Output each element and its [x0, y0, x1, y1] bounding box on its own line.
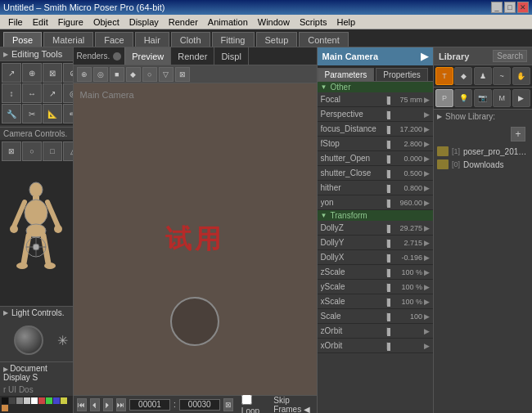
tab-pose[interactable]: Pose: [3, 32, 42, 47]
toolbar-icon-5[interactable]: ○: [142, 67, 157, 82]
menu-window[interactable]: Window: [253, 15, 295, 29]
swatch-gray[interactable]: [16, 397, 23, 404]
lib-icon-pose[interactable]: ◆: [454, 67, 472, 85]
menu-display[interactable]: Display: [124, 15, 164, 29]
loop-label: Loop: [241, 406, 259, 414]
cam-btn-1[interactable]: ⊠: [2, 141, 21, 161]
main-layout: Editing Tools ↗ ⊕ ⊠ ⊘ ↕ ↔ ↗ ◎ 🔧 ✂ 📐 ✏ Ca…: [0, 47, 532, 413]
lib-icon-face[interactable]: ♟: [474, 67, 492, 85]
tool-twist[interactable]: ⊘: [63, 63, 74, 83]
viewport[interactable]: Main Camera 试用: [74, 83, 317, 395]
tool-pan[interactable]: ↔: [22, 83, 42, 103]
anim-end-button[interactable]: ⏭: [116, 398, 126, 411]
minimize-button[interactable]: _: [491, 2, 503, 13]
tab-cloth[interactable]: Cloth: [171, 32, 210, 47]
tool-pen[interactable]: ✏: [63, 104, 74, 123]
tab-fitting[interactable]: Fitting: [212, 32, 255, 47]
menu-animation[interactable]: Animation: [203, 15, 253, 29]
cam-btn-4[interactable]: △: [63, 141, 74, 161]
param-shutter-close: shutter_Close 0.500 ▶: [318, 166, 433, 181]
swatch-yellow[interactable]: [61, 397, 67, 404]
toolbar-icon-3[interactable]: ■: [110, 67, 124, 82]
swatch-red[interactable]: [38, 397, 45, 404]
tab-preview[interactable]: Preview: [125, 47, 171, 65]
maximize-button[interactable]: □: [504, 2, 516, 13]
lib-icon-anim[interactable]: ▶: [512, 89, 530, 107]
lib-item-name-1: poser_pro_2014engl...: [463, 147, 529, 156]
tab-face[interactable]: Face: [95, 32, 133, 47]
tab-hair[interactable]: Hair: [135, 32, 169, 47]
total-frames-input[interactable]: [179, 399, 220, 411]
toolbar-icon-4[interactable]: ◆: [126, 67, 141, 82]
tool-rotate[interactable]: ⊕: [22, 63, 42, 83]
cam-btn-3[interactable]: □: [43, 141, 62, 161]
tool-target[interactable]: ◎: [63, 83, 74, 103]
toolbar-icon-2[interactable]: ◎: [93, 67, 108, 82]
lib-icon-camera[interactable]: 📷: [474, 89, 492, 107]
lib-icon-hair[interactable]: ~: [493, 67, 511, 85]
swatch-white[interactable]: [31, 397, 38, 404]
toolbar-icon-7[interactable]: ⊠: [175, 67, 190, 82]
tab-parameters[interactable]: Parameters: [318, 68, 375, 81]
light-knob[interactable]: [14, 325, 43, 355]
tab-material[interactable]: Material: [43, 32, 93, 47]
lib-item-1[interactable]: [1] poser_pro_2014engl...: [434, 145, 532, 158]
tool-scissors[interactable]: ✂: [22, 104, 42, 123]
swatch-black[interactable]: [2, 397, 8, 404]
tool-scale[interactable]: ⊠: [43, 63, 62, 83]
editing-tools-header[interactable]: Editing Tools: [0, 47, 73, 61]
menu-scripts[interactable]: Scripts: [295, 15, 332, 29]
menu-help[interactable]: Help: [332, 15, 361, 29]
tool-zoom[interactable]: ↗: [43, 83, 62, 103]
lib-item-2[interactable]: [0] Downloads: [434, 158, 532, 171]
library-title: Library: [439, 52, 469, 61]
lib-icon-light[interactable]: 💡: [454, 89, 472, 107]
close-button[interactable]: ✕: [517, 2, 529, 13]
anim-start-button[interactable]: ⏮: [77, 398, 87, 411]
library-search-button[interactable]: Search: [493, 50, 527, 62]
doc-display-header[interactable]: Document Display S: [0, 361, 73, 384]
menu-object[interactable]: Object: [88, 15, 124, 29]
lib-icon-hand[interactable]: ✋: [512, 67, 530, 85]
toolbar-icon-6[interactable]: ▽: [159, 67, 174, 82]
loop-checkbox[interactable]: [241, 394, 252, 405]
section-transform[interactable]: Transform: [318, 210, 433, 221]
tool-wrench[interactable]: 🔧: [2, 104, 21, 123]
tab-render[interactable]: Render: [171, 47, 214, 65]
section-other[interactable]: Other: [318, 82, 433, 92]
lib-icon-prop[interactable]: P: [435, 89, 453, 107]
anim-extra-button[interactable]: ⊠: [223, 398, 233, 411]
tool-measure[interactable]: 📐: [43, 104, 62, 123]
anim-back-button[interactable]: ⏴: [90, 398, 100, 411]
renders-toggle[interactable]: [113, 52, 121, 61]
anim-play-button[interactable]: ⏵: [103, 398, 113, 411]
tool-arrow[interactable]: ↗: [2, 63, 21, 83]
light-controls-header[interactable]: Light Controls.: [3, 308, 70, 317]
tab-display[interactable]: Displ: [214, 47, 248, 65]
svg-point-6: [54, 225, 62, 233]
tab-setup[interactable]: Setup: [256, 32, 298, 47]
tab-properties[interactable]: Properties: [376, 68, 428, 81]
menu-edit[interactable]: Edit: [28, 15, 53, 29]
svg-line-4: [47, 202, 58, 227]
menu-render[interactable]: Render: [164, 15, 203, 29]
lib-icon-figure[interactable]: T: [435, 67, 453, 85]
lib-add-button[interactable]: +: [511, 127, 525, 141]
swatch-blue[interactable]: [53, 397, 60, 404]
swatch-orange[interactable]: [2, 405, 8, 411]
menu-figure[interactable]: Figure: [53, 15, 88, 29]
figure-viewport: [0, 163, 73, 306]
camera-expand-icon[interactable]: ▶: [421, 51, 428, 62]
title-bar: Untitled – Smith Micro Poser Pro (64-bit…: [0, 0, 532, 15]
swatch-lightgray[interactable]: [24, 397, 30, 404]
cam-btn-2[interactable]: ○: [22, 141, 42, 161]
lib-icon-material[interactable]: M: [493, 89, 511, 107]
tab-content[interactable]: Content: [299, 32, 349, 47]
current-frame-input[interactable]: [129, 399, 170, 411]
toolbar-icon-1[interactable]: ⊕: [77, 67, 92, 82]
tool-translate[interactable]: ↕: [2, 83, 21, 103]
menu-file[interactable]: File: [3, 15, 28, 29]
swatch-green[interactable]: [46, 397, 52, 404]
animation-bar: ⏮ ⏴ ⏵ ⏭ : ⊠ Loop Skip Frames ◀: [74, 395, 317, 413]
swatch-darkgray[interactable]: [9, 397, 16, 404]
